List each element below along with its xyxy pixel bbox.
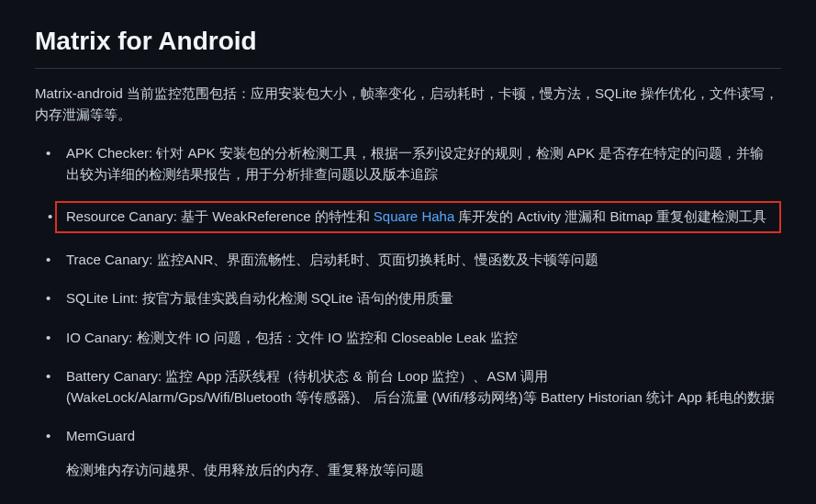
square-haha-link[interactable]: Square Haha [374, 208, 454, 224]
item-subtext: 检测堆内存访问越界、使用释放后的内存、重复释放等问题 [66, 460, 777, 481]
page-title: Matrix for Android [35, 22, 781, 69]
item-text-prefix: Resource Canary: 基于 WeakReference 的特性和 [66, 208, 374, 224]
feature-list: APK Checker: 针对 APK 安装包的分析检测工具，根据一系列设定好的… [35, 141, 781, 482]
list-item: IO Canary: 检测文件 IO 问题，包括：文件 IO 监控和 Close… [62, 326, 781, 351]
list-item: SQLite Lint: 按官方最佳实践自动化检测 SQLite 语句的使用质量 [62, 286, 781, 311]
list-item-highlighted: Resource Canary: 基于 WeakReference 的特性和 S… [55, 201, 781, 233]
list-item: Battery Canary: 监控 App 活跃线程（待机状态 & 前台 Lo… [62, 364, 781, 409]
list-item: APK Checker: 针对 APK 安装包的分析检测工具，根据一系列设定好的… [62, 141, 781, 186]
intro-paragraph: Matrix-android 当前监控范围包括：应用安装包大小，帧率变化，启动耗… [35, 84, 781, 125]
item-text-suffix: 库开发的 Activity 泄漏和 Bitmap 重复创建检测工具 [454, 208, 766, 224]
item-text: MemGuard [66, 428, 135, 443]
list-item: MemGuard 检测堆内存访问越界、使用释放后的内存、重复释放等问题 [62, 424, 781, 482]
list-item: Trace Canary: 监控ANR、界面流畅性、启动耗时、页面切换耗时、慢函… [62, 248, 781, 273]
